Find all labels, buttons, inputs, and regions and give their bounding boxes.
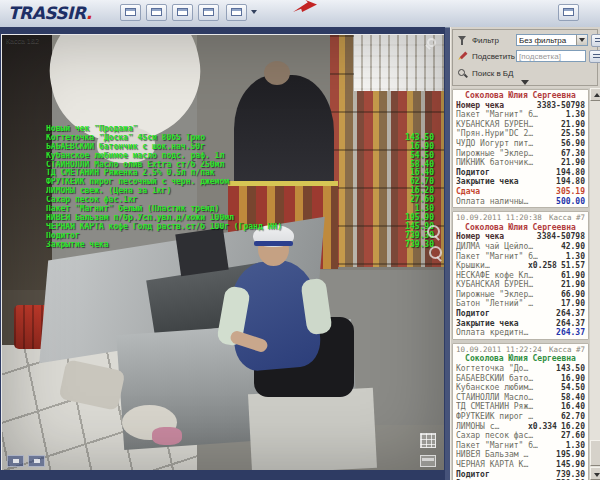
receipt-row: Закрытие чека194.80 — [453, 177, 588, 187]
receipt-row-label: Номер чека — [456, 101, 537, 111]
receipt-row-label: ДИЛМА чай Цейло… — [456, 242, 561, 252]
overlay-line: ФРУТКЕЙК пирог песочный с черн. джемом62… — [46, 178, 434, 187]
receipt-cashier-name: Соколова Юлия Сергеевна — [453, 91, 588, 101]
receipt-row: Когтеточка "До…143.50 — [453, 364, 588, 374]
filter-label: Фильтр — [472, 36, 516, 45]
overlay-line: Кубанское любимое масло подс. раф. 1л54.… — [46, 152, 434, 161]
receipt-row-label: Закрытие чека — [456, 319, 556, 329]
overlay-item-text: ЧЕРНАЯ КАРТА кофе Голд раств.ст/б 100г (… — [46, 223, 386, 232]
receipt-date: 10.09.2011 11:20:38 — [456, 213, 542, 223]
receipt-card[interactable]: 10.09.2011 11:20:38Касса #7Соколова Юлия… — [452, 211, 589, 340]
logo-text: TRASSIR — [8, 3, 86, 23]
scroll-thumb[interactable] — [590, 440, 600, 466]
receipt-row: ЛИМОНЫ с…х0.33416.20 — [453, 422, 588, 432]
receipt-row-label: НИВЕЯ Бальзам … — [456, 450, 556, 460]
receipt-row-label: Номер чека — [456, 232, 537, 242]
overlay-line: Пакет "Магнит" белый (Пластик трейд)1.30 — [46, 205, 434, 214]
receipt-row-value: 264.37 — [556, 328, 585, 338]
receipt-kassa: Касса #7 — [549, 345, 585, 355]
highlight-label: Подсветить — [472, 52, 516, 61]
receipt-row: Подитог739.30 — [453, 470, 588, 480]
snapshot-icon[interactable] — [7, 455, 24, 467]
scene-cashier-hand — [229, 329, 269, 353]
receipt-row-value: 67.30 — [561, 149, 585, 159]
scroll-down-button[interactable] — [590, 467, 600, 480]
overlay-item-price: 739.30 — [386, 241, 434, 250]
grid-view-icon[interactable] — [420, 433, 436, 448]
chevron-down-icon[interactable] — [251, 10, 257, 14]
filter-select[interactable]: Без фильтра — [516, 34, 588, 46]
receipt-row-label: Батон "Летний" … — [456, 299, 561, 309]
filter-row: Фильтр Без фильтра — [457, 33, 600, 47]
filter-panel: Фильтр Без фильтра Подсветить Поиск в БД — [452, 29, 598, 86]
receipt-row-value: 1.30 — [566, 110, 585, 120]
overlay-line: ТД СМЕТАНИН Ряженка 2.5% 0.5л п/пак16.40 — [46, 169, 434, 178]
receipt-area: Соколова Юлия СергеевнаНомер чека3383-50… — [451, 88, 600, 480]
scene-office-chair — [254, 317, 354, 397]
filter-options-button[interactable] — [591, 34, 600, 47]
receipt-row-qty: х0.334 — [528, 422, 557, 432]
camera-view[interactable]: Касса 1&2 Новый чек "Продажа"Когтеточка … — [1, 34, 444, 470]
receipt-row-label: КУБАНСКАЯ БУРЕН… — [456, 120, 561, 130]
monitor-template-button[interactable] — [120, 4, 141, 21]
highlight-input[interactable] — [516, 50, 586, 62]
chevron-down-icon[interactable] — [576, 35, 587, 45]
receipt-row-label: Пакет "Магнит" б… — [456, 110, 566, 120]
receipt-row-value: 21.90 — [561, 158, 585, 168]
overlay-line: Когтеточка "Доска" 45см 806S Трио143.50 — [46, 134, 434, 143]
receipt-row-value: 264.37 — [556, 309, 585, 319]
receipt-row-value: 66.90 — [561, 290, 585, 300]
receipt-row-label: Пакет "Магнит" б… — [456, 252, 566, 262]
receipt-row-value: 51.57 — [561, 261, 585, 271]
image-template-button[interactable] — [198, 4, 219, 21]
scene-counter-side — [248, 388, 377, 470]
receipt-row: Пакет "Магнит" б…1.30 — [453, 252, 588, 262]
receipt-row-label: Пакет "Магнит" б… — [456, 441, 566, 451]
receipt-row-label: Оплата кредитн… — [456, 328, 556, 338]
receipt-row: НЕСКАФЕ кофе Кл…61.90 — [453, 271, 588, 281]
receipt-row-label: БАБАЕВСКИЙ бато… — [456, 374, 561, 384]
zoom-icon[interactable] — [427, 38, 436, 47]
edit-template-button[interactable] — [146, 4, 167, 21]
receipt-row-label: ПИКНИК батончик… — [456, 158, 561, 168]
receipt-row-value: 56.90 — [561, 139, 585, 149]
receipt-card[interactable]: Соколова Юлия СергеевнаНомер чека3383-50… — [452, 89, 589, 208]
scene-bag — [122, 405, 177, 440]
receipt-row: "Прян.Нури"DC 2…25.50 — [453, 129, 588, 139]
scene-pink-item — [152, 427, 182, 445]
receipt-row: Пирожные "Эклер…67.30 — [453, 149, 588, 159]
archive-icon[interactable] — [420, 455, 436, 467]
receipt-row-label: Сдача — [456, 187, 556, 197]
scene-customer-head — [264, 61, 290, 85]
collapse-panel-arrow[interactable] — [518, 79, 532, 85]
receipt-row-value: 21.90 — [561, 280, 585, 290]
overlay-line: СТАЙНОЛЛИ Масло олив Extra ст/б 250мл58.… — [46, 161, 434, 170]
scene-cashier-left-arm — [216, 285, 251, 346]
receipt-row: Пакет "Магнит" б…1.30 — [453, 110, 588, 120]
overlay-line: БАБАЕВСКИЙ батончик с шок.нач.50г16.90 — [46, 143, 434, 152]
ptz-rotate-icon[interactable] — [427, 225, 440, 238]
scene-cashier-right-arm — [300, 278, 332, 336]
receipt-row: БАБАЕВСКИЙ бато…16.90 — [453, 374, 588, 384]
scrollbar[interactable] — [590, 88, 600, 480]
overlay-item-text: БАБАЕВСКИЙ батончик с шок.нач.50г — [46, 143, 386, 152]
highlight-options-button[interactable] — [589, 50, 600, 63]
screens-grid-icon — [563, 8, 574, 16]
overlay-line: НИВЕЯ Бальзам п/бр.Усп.увл.д/кожи 100мл1… — [46, 214, 434, 223]
receipt-card[interactable]: 10.09.2011 11:22:24Касса #7Соколова Юлия… — [452, 343, 589, 480]
overlay-line: Закрытие чека739.30 — [46, 241, 434, 250]
receipt-row-value: 194.80 — [556, 168, 585, 178]
list-template-button[interactable] — [172, 4, 193, 21]
camera-settings-icon[interactable] — [28, 455, 45, 467]
screens-button[interactable] — [558, 4, 579, 21]
receipt-row-value: 1.30 — [566, 441, 585, 451]
layout-menu-button[interactable] — [226, 4, 247, 21]
zoom-q-icon[interactable] — [429, 246, 442, 259]
trassir-window: TRASSIR. — [0, 0, 600, 480]
scroll-up-button[interactable] — [590, 88, 600, 101]
search-db-row[interactable]: Поиск в БД — [457, 66, 516, 80]
receipt-row-value: 27.60 — [561, 431, 585, 441]
receipt-row-value: 16.90 — [561, 374, 585, 384]
list-template-icon — [177, 8, 188, 16]
logo-dot: . — [86, 3, 92, 23]
